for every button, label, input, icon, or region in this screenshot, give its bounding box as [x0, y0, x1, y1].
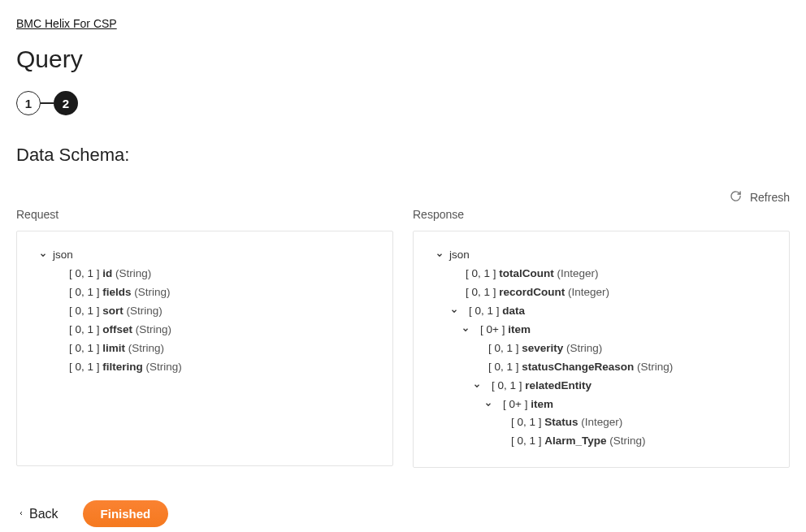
tree-leaf[interactable]: [ 0, 1 ] offset (String)	[30, 321, 379, 340]
chevron-down-icon	[449, 307, 459, 315]
refresh-icon	[730, 190, 742, 205]
cardinality: [ 0, 1 ]	[461, 265, 496, 283]
response-panel: json [ 0, 1 ] totalCount (Integer) [ 0, …	[413, 231, 790, 468]
breadcrumb[interactable]: BMC Helix For CSP	[16, 17, 117, 30]
tree-leaf[interactable]: [ 0, 1 ] limit (String)	[30, 340, 379, 358]
stepper: 1 2	[16, 91, 790, 115]
chevron-down-icon	[483, 400, 493, 409]
refresh-button[interactable]: Refresh	[730, 190, 790, 205]
response-column: Response json [ 0, 1 ] totalCount (Integ…	[413, 208, 790, 468]
field-name: limit	[102, 340, 125, 358]
tree-leaf[interactable]: [ 0, 1 ] id (String)	[30, 265, 379, 283]
cardinality: [ 0, 1 ]	[64, 265, 100, 283]
field-type: (String)	[134, 283, 170, 302]
cardinality: [ 0, 1 ]	[483, 358, 519, 377]
field-name: offset	[102, 321, 132, 340]
request-label: Request	[16, 208, 393, 221]
cardinality: [ 0, 1 ]	[483, 340, 519, 358]
cardinality: [ 0, 1 ]	[64, 358, 100, 377]
chevron-down-icon	[435, 251, 444, 259]
tree-node-data[interactable]: [ 0, 1 ] data	[427, 302, 776, 321]
tree-leaf[interactable]: [ 0, 1 ] Status (Integer)	[427, 413, 776, 432]
back-label: Back	[29, 507, 58, 521]
finished-button[interactable]: Finished	[83, 500, 169, 527]
field-name: recordCount	[499, 283, 565, 302]
request-column: Request json [ 0, 1 ] id (String) [ 0, 1…	[16, 208, 393, 468]
field-name: statusChangeReason	[522, 358, 634, 377]
step-1[interactable]: 1	[16, 91, 41, 115]
cardinality: [ 0, 1 ]	[461, 283, 496, 302]
cardinality: [ 0, 1 ]	[464, 302, 500, 321]
back-button[interactable]: Back	[16, 504, 60, 525]
tree-leaf[interactable]: [ 0, 1 ] recordCount (Integer)	[427, 283, 776, 302]
tree-node-json[interactable]: json	[427, 246, 776, 265]
cardinality: [ 0+ ]	[498, 396, 527, 414]
field-name: id	[102, 265, 112, 283]
field-type: (String)	[115, 265, 151, 283]
chevron-down-icon	[472, 382, 482, 390]
cardinality: [ 0, 1 ]	[487, 377, 522, 396]
tree-leaf[interactable]: [ 0, 1 ] totalCount (Integer)	[427, 265, 776, 283]
cardinality: [ 0, 1 ]	[64, 283, 100, 302]
tree-leaf[interactable]: [ 0, 1 ] Alarm_Type (String)	[427, 432, 776, 451]
field-type: (String)	[609, 432, 645, 451]
field-name: item	[508, 321, 531, 340]
field-type: (Integer)	[568, 283, 609, 302]
page-title: Query	[16, 45, 790, 73]
field-type: (Integer)	[557, 265, 599, 283]
field-type: (String)	[136, 321, 171, 340]
field-name: Status	[544, 413, 578, 432]
tree-leaf[interactable]: [ 0, 1 ] fields (String)	[30, 283, 379, 302]
tree-node-label: json	[53, 246, 73, 265]
cardinality: [ 0, 1 ]	[64, 321, 100, 340]
field-name: relatedEntity	[525, 377, 592, 396]
field-type: (Integer)	[581, 413, 622, 432]
step-2[interactable]: 2	[54, 91, 78, 115]
tree-leaf[interactable]: [ 0, 1 ] filtering (String)	[30, 358, 379, 377]
cardinality: [ 0, 1 ]	[506, 432, 542, 451]
tree-node-relatedentity[interactable]: [ 0, 1 ] relatedEntity	[427, 377, 776, 396]
field-type: (String)	[128, 340, 164, 358]
field-type: (String)	[127, 302, 162, 321]
chevron-left-icon	[18, 507, 24, 521]
chevron-down-icon	[461, 326, 470, 334]
field-type: (String)	[637, 358, 673, 377]
field-name: fields	[102, 283, 131, 302]
tree-leaf[interactable]: [ 0, 1 ] severity (String)	[427, 340, 776, 358]
section-title: Data Schema:	[16, 145, 790, 166]
cardinality: [ 0, 1 ]	[64, 340, 100, 358]
tree-node-label: json	[449, 246, 470, 265]
field-name: item	[531, 396, 553, 414]
cardinality: [ 0, 1 ]	[506, 413, 542, 432]
step-connector	[41, 102, 54, 104]
field-name: filtering	[102, 358, 143, 377]
field-name: severity	[522, 340, 563, 358]
chevron-down-icon	[38, 251, 48, 259]
tree-node-item[interactable]: [ 0+ ] item	[427, 396, 776, 414]
request-panel: json [ 0, 1 ] id (String) [ 0, 1 ] field…	[16, 231, 393, 466]
field-name: sort	[102, 302, 124, 321]
cardinality: [ 0, 1 ]	[64, 302, 100, 321]
tree-node-item[interactable]: [ 0+ ] item	[427, 321, 776, 340]
field-type: (String)	[146, 358, 182, 377]
tree-leaf[interactable]: [ 0, 1 ] sort (String)	[30, 302, 379, 321]
tree-node-json[interactable]: json	[30, 246, 379, 265]
tree-leaf[interactable]: [ 0, 1 ] statusChangeReason (String)	[427, 358, 776, 377]
cardinality: [ 0+ ]	[475, 321, 505, 340]
response-label: Response	[413, 208, 790, 221]
field-name: Alarm_Type	[544, 432, 606, 451]
field-name: data	[502, 302, 525, 321]
field-name: totalCount	[499, 265, 553, 283]
field-type: (String)	[566, 340, 602, 358]
refresh-label: Refresh	[750, 191, 790, 204]
